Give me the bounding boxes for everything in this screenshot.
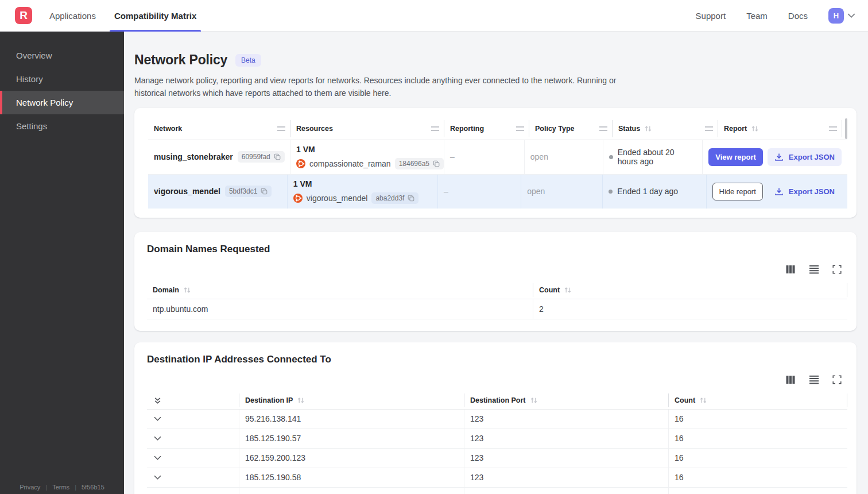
column-resize-handle[interactable] (599, 126, 607, 131)
column-header-report: Report (718, 120, 842, 137)
column-label: Policy Type (535, 125, 575, 133)
status-dot (609, 190, 613, 194)
destination-row[interactable]: 185.125.190.57 123 16 (147, 429, 847, 449)
column-header-status: Status (613, 120, 718, 137)
column-header-count: Count (533, 283, 847, 297)
count-value: 2 (533, 299, 847, 319)
sort-icon[interactable] (297, 397, 305, 404)
expand-all-icon[interactable] (154, 397, 161, 404)
network-id-badge: 60959fad (238, 151, 285, 163)
column-header-policy-type: Policy Type (529, 120, 613, 137)
export-json-label: Export JSON (789, 153, 835, 161)
column-header-reporting: Reporting (444, 120, 529, 137)
destination-row[interactable]: 95.216.138.141 123 16 (147, 410, 847, 429)
column-resize-handle[interactable] (829, 126, 837, 131)
column-header-resources: Resources (290, 120, 444, 137)
column-label: Resources (296, 125, 333, 133)
sidebar-footer: Privacy | Terms | 5f56b15 (0, 484, 124, 491)
sort-icon[interactable] (564, 287, 572, 294)
terms-link[interactable]: Terms (52, 484, 69, 491)
destination-ip-value: 162.159.200.123 (239, 449, 464, 468)
hide-report-button[interactable]: Hide report (712, 183, 763, 200)
domain-row[interactable]: ntp.ubuntu.com 2 (147, 299, 847, 319)
column-header-destination-ip: Destination IP (239, 393, 464, 407)
app-logo[interactable]: R (15, 7, 32, 24)
reporting-value: – (438, 175, 521, 209)
sort-icon[interactable] (699, 397, 707, 404)
card-title: Domain Names Requested (147, 244, 847, 255)
destination-ip-value: 185.125.190.57 (239, 429, 464, 448)
fullscreen-icon[interactable] (832, 375, 842, 384)
user-menu[interactable]: H (828, 8, 855, 24)
view-report-button[interactable]: View report (708, 148, 763, 166)
link-support[interactable]: Support (696, 11, 726, 21)
link-team[interactable]: Team (746, 11, 768, 21)
copy-icon[interactable] (261, 188, 268, 195)
network-id-badge: 5bdf3dc1 (225, 186, 272, 197)
networks-table-card: Network Resources Reporting Policy Type … (134, 108, 857, 218)
column-label: Status (618, 125, 640, 133)
destination-ip-value: 95.216.138.141 (239, 410, 464, 429)
row-expand-chevron-icon[interactable] (154, 475, 161, 480)
top-navigation-bar: R Applications Compatibility Matrix Supp… (0, 0, 868, 32)
rows-icon[interactable] (809, 375, 819, 384)
page-title: Network Policy (134, 52, 227, 68)
copy-icon[interactable] (433, 160, 440, 167)
column-label: Report (724, 125, 747, 133)
columns-icon[interactable] (785, 375, 796, 384)
row-expand-chevron-icon[interactable] (154, 436, 161, 441)
resources-summary: 1 VM (296, 145, 444, 154)
export-json-button[interactable]: Export JSON (768, 183, 842, 200)
column-label: Destination IP (245, 396, 293, 404)
sort-icon[interactable] (644, 125, 652, 132)
sidebar-item-network-policy[interactable]: Network Policy (0, 91, 124, 114)
copy-icon[interactable] (274, 153, 281, 160)
column-resize-handle[interactable] (705, 126, 713, 131)
columns-icon[interactable] (785, 265, 796, 274)
destination-port-value: 123 (464, 410, 668, 429)
count-value: 16 (668, 488, 847, 494)
destination-row[interactable]: 95.216.100.21 123 16 (147, 488, 847, 494)
table-scrollbar-thumb[interactable] (845, 118, 847, 139)
user-menu-chevron-icon[interactable] (847, 13, 855, 18)
network-row-vigorous-mendel[interactable]: vigorous_mendel 5bdf3dc1 1 VM vigorous_m… (148, 175, 847, 209)
sidebar: Overview History Network Policy Settings… (0, 32, 124, 494)
column-resize-handle[interactable] (277, 126, 285, 131)
nav-tab-compatibility-matrix[interactable]: Compatibility Matrix (110, 0, 201, 32)
download-icon (774, 153, 784, 161)
domain-value: ntp.ubuntu.com (147, 299, 533, 319)
destination-port-value: 123 (464, 488, 668, 494)
destination-ip-value: 185.125.190.58 (239, 468, 464, 487)
resource-id: 184696a5 (399, 160, 429, 168)
domain-names-card: Domain Names Requested Domain Count ntp.… (134, 232, 857, 331)
ubuntu-icon (296, 159, 305, 168)
resource-id: aba2dd3f (375, 194, 404, 202)
sort-icon[interactable] (530, 397, 538, 404)
nav-tab-applications[interactable]: Applications (45, 0, 100, 32)
rows-icon[interactable] (809, 265, 819, 274)
row-expand-chevron-icon[interactable] (154, 456, 161, 460)
column-resize-handle[interactable] (431, 126, 439, 131)
privacy-link[interactable]: Privacy (20, 484, 40, 491)
network-row-musing-stonebraker[interactable]: musing_stonebraker 60959fad 1 VM compass… (148, 140, 847, 175)
avatar[interactable]: H (828, 8, 844, 24)
column-resize-handle[interactable] (516, 126, 524, 131)
sort-icon[interactable] (183, 287, 191, 294)
sidebar-item-settings[interactable]: Settings (0, 114, 124, 138)
fullscreen-icon[interactable] (832, 265, 842, 274)
topbar-right-section: Support Team Docs H (696, 8, 855, 24)
destination-row[interactable]: 185.125.190.58 123 16 (147, 468, 847, 488)
row-expand-chevron-icon[interactable] (154, 416, 161, 421)
export-json-button[interactable]: Export JSON (768, 148, 842, 166)
copy-icon[interactable] (408, 195, 414, 202)
sidebar-item-overview[interactable]: Overview (0, 44, 124, 67)
network-name: vigorous_mendel (154, 187, 220, 196)
link-docs[interactable]: Docs (788, 11, 808, 21)
destination-row[interactable]: 162.159.200.123 123 16 (147, 449, 847, 468)
sidebar-item-history[interactable]: History (0, 67, 124, 91)
destination-ip-value: 95.216.100.21 (239, 488, 464, 494)
destinations-table-header: Destination IP Destination Port Count (147, 392, 847, 410)
column-label: Count (675, 396, 695, 404)
beta-badge: Beta (235, 54, 261, 67)
sort-icon[interactable] (751, 125, 759, 132)
